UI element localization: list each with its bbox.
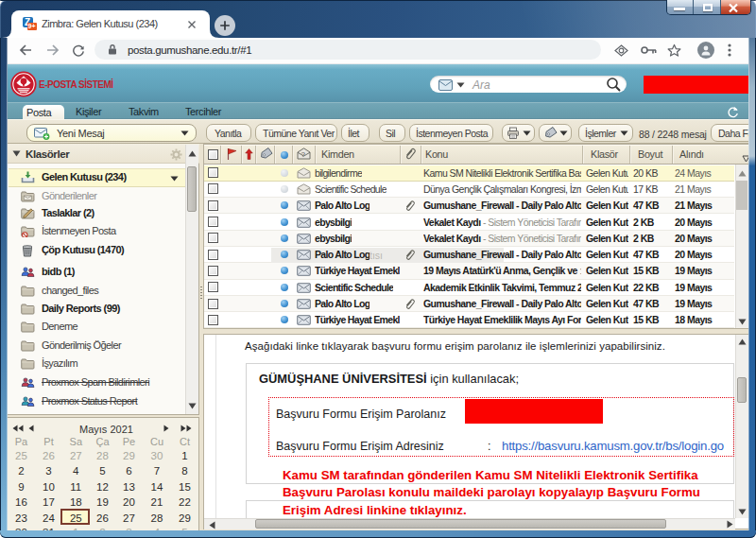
svg-text:?: ? (301, 150, 306, 159)
